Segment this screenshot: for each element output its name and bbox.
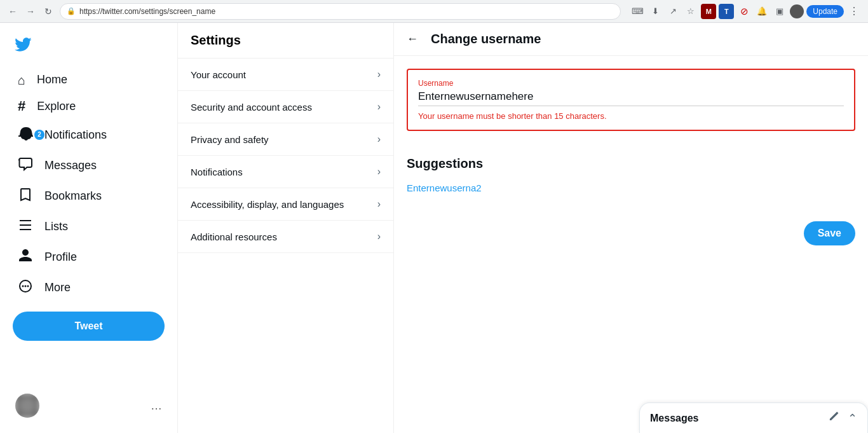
panel-title: Change username <box>431 32 541 46</box>
settings-item-privacy[interactable]: Privacy and safety › <box>178 123 393 156</box>
settings-item-your-account[interactable]: Your account › <box>178 58 393 91</box>
ext2-icon[interactable]: T <box>719 4 734 19</box>
tweet-button[interactable]: Tweet <box>13 312 165 341</box>
home-label: Home <box>37 73 67 86</box>
notification-badge: 2 <box>34 130 44 140</box>
suggestion-item[interactable]: Enternewuserna2 <box>407 180 855 196</box>
reload-button[interactable]: ↻ <box>42 5 55 18</box>
chevron-right-icon: › <box>377 198 381 210</box>
update-button[interactable]: Update <box>806 5 844 18</box>
chevron-right-icon: › <box>377 231 381 242</box>
opera-icon[interactable]: ⊘ <box>736 4 752 19</box>
bookmarks-label: Bookmarks <box>44 189 102 203</box>
notifications-label: Notifications <box>44 128 107 142</box>
user-area[interactable]: … <box>10 388 167 423</box>
bookmarks-icon <box>18 187 33 205</box>
chevron-right-icon: › <box>377 101 381 113</box>
username-field-box: Username Your username must be shorter t… <box>407 69 855 131</box>
ext1-icon[interactable]: M <box>701 4 716 19</box>
sidebar-item-home[interactable]: ⌂ Home <box>10 67 167 93</box>
settings-item-security[interactable]: Security and account access › <box>178 91 393 123</box>
more-label: More <box>44 281 71 294</box>
lock-icon: 🔒 <box>67 7 76 15</box>
chevron-right-icon: › <box>377 69 381 80</box>
forward-nav-button[interactable]: → <box>24 5 37 18</box>
messages-icon <box>18 156 33 174</box>
avatar <box>15 394 39 418</box>
panel-header: ← Change username <box>394 23 868 56</box>
settings-item-notifications[interactable]: Notifications › <box>178 156 393 188</box>
settings-item-additional[interactable]: Additional resources › <box>178 221 393 253</box>
messages-bar-label: Messages <box>650 413 699 424</box>
notif-browser-icon[interactable]: 🔔 <box>754 4 770 19</box>
user-avatar-browser[interactable] <box>790 4 804 18</box>
more-icon <box>18 278 33 296</box>
settings-panel: Settings Your account › Security and acc… <box>178 23 394 433</box>
profile-icon <box>18 248 33 266</box>
user-menu-dots[interactable]: … <box>151 399 162 413</box>
chevron-right-icon: › <box>377 134 381 145</box>
sidebar: ⌂ Home # Explore 2 Notifications Message… <box>0 23 178 433</box>
back-button[interactable]: ← <box>407 32 418 46</box>
messages-floating-bar[interactable]: Messages ⌃ <box>639 402 868 433</box>
messages-label: Messages <box>44 159 97 172</box>
sidebar-item-bookmarks[interactable]: Bookmarks <box>10 181 167 211</box>
lists-label: Lists <box>44 220 68 233</box>
svg-point-3 <box>27 285 29 287</box>
sidebar-item-lists[interactable]: Lists <box>10 211 167 242</box>
compose-message-icon[interactable] <box>829 411 840 425</box>
username-field-label: Username <box>418 79 844 88</box>
save-btn-container: Save <box>394 209 868 258</box>
chevron-right-icon: › <box>377 166 381 177</box>
sidebar-item-more[interactable]: More <box>10 272 167 303</box>
username-error-message: Your username must be shorter than 15 ch… <box>418 111 844 121</box>
username-input-wrapper <box>418 90 844 106</box>
notifications-icon: 2 <box>18 126 33 144</box>
settings-item-accessibility[interactable]: Accessibility, display, and languages › <box>178 188 393 221</box>
explore-icon: # <box>18 99 25 113</box>
explore-label: Explore <box>37 100 76 113</box>
messages-bar-icons: ⌃ <box>829 411 857 425</box>
svg-point-2 <box>25 285 27 287</box>
browser-actions: ⌨ ⬇ ↗ ☆ M T ⊘ 🔔 ▣ Update ⋮ <box>630 4 862 19</box>
browser-menu-button[interactable]: ⋮ <box>846 4 862 19</box>
lists-icon <box>18 217 33 235</box>
settings-title: Settings <box>178 23 393 58</box>
suggestions-title: Suggestions <box>407 156 855 171</box>
share-icon[interactable]: ↗ <box>665 4 681 19</box>
back-nav-button[interactable]: ← <box>6 5 19 18</box>
star-icon[interactable]: ☆ <box>683 4 698 19</box>
twitter-logo[interactable] <box>14 36 167 58</box>
sidebar-item-messages[interactable]: Messages <box>10 150 167 181</box>
sidebar-toggle-icon[interactable]: ▣ <box>772 4 787 19</box>
collapse-messages-icon[interactable]: ⌃ <box>848 411 857 425</box>
save-button[interactable]: Save <box>804 221 855 245</box>
sidebar-item-explore[interactable]: # Explore <box>10 93 167 120</box>
sidebar-item-profile[interactable]: Profile <box>10 242 167 272</box>
browser-chrome: ← → ↻ 🔒 https://twitter.com/settings/scr… <box>0 0 868 23</box>
extensions-icon[interactable]: ⌨ <box>630 4 645 19</box>
username-input[interactable] <box>418 90 844 103</box>
change-username-panel: ← Change username Username Your username… <box>394 23 868 433</box>
app-container: ⌂ Home # Explore 2 Notifications Message… <box>0 23 868 433</box>
suggestions-section: Suggestions Enternewuserna2 <box>394 144 868 196</box>
svg-point-1 <box>22 285 24 287</box>
url-text: https://twitter.com/settings/screen_name <box>79 7 215 16</box>
username-form: Username Your username must be shorter t… <box>394 56 868 144</box>
download-icon[interactable]: ⬇ <box>648 4 663 19</box>
address-bar[interactable]: 🔒 https://twitter.com/settings/screen_na… <box>60 3 621 20</box>
sidebar-item-notifications[interactable]: 2 Notifications <box>10 120 167 150</box>
home-icon: ⌂ <box>18 74 25 86</box>
profile-label: Profile <box>44 251 77 264</box>
